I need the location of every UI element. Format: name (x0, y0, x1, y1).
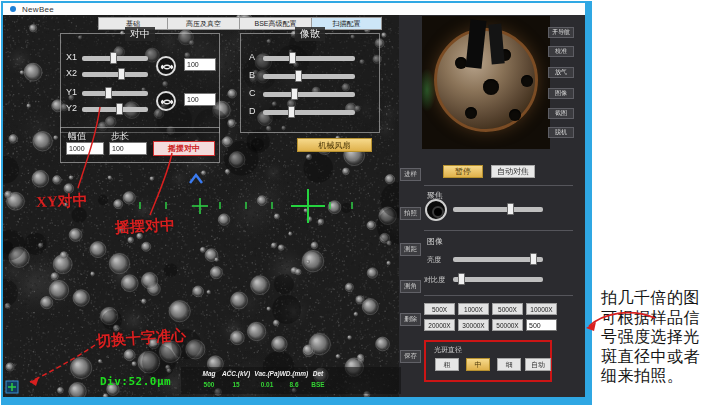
annotation-wobble-centering: 摇摆对中 (115, 215, 176, 237)
title-bar[interactable]: NewBee (3, 3, 585, 15)
slider-x2[interactable] (82, 72, 148, 77)
side-offline-button[interactable]: 脱机 (548, 127, 574, 138)
toolbar-save-button[interactable]: 保存 (400, 350, 421, 363)
autofocus-button[interactable]: 自动对焦 (491, 165, 535, 178)
status-band: Mag ACC.(kV) Vac.(Pa) WD.(mm) Det 500 15… (181, 367, 401, 394)
slider-y1[interactable] (82, 91, 148, 96)
contrast-slider-thumb[interactable] (458, 273, 465, 285)
side-note: 拍几千倍的图 可根据样品信 号强度选择光 斑直径中或者 细来拍照。 (601, 288, 719, 386)
stigmator-panel-title: 像散 (295, 27, 325, 41)
spot-coarse-button[interactable]: 粗 (435, 358, 459, 371)
slider-stig-a-thumb[interactable] (289, 52, 296, 64)
mag-20000x-button[interactable]: 20000X (424, 319, 455, 331)
app-window: NewBee 基础 高压及真空 BSE高级配置 扫描配置 对中 X1 X2 Y1… (1, 1, 592, 405)
side-calibrate-button[interactable]: 校准 (548, 46, 574, 57)
status-header-mag: Mag (203, 370, 216, 377)
tab-hv-vacuum[interactable]: 高压及真空 (168, 17, 240, 30)
mechanical-fan-button[interactable]: 机械风扇 (297, 138, 372, 152)
x-swap-icon[interactable] (156, 56, 176, 76)
slider-stig-b[interactable] (263, 74, 355, 79)
brightness-slider-thumb[interactable] (530, 253, 537, 265)
contrast-slider[interactable] (453, 277, 543, 282)
focus-slider-thumb[interactable] (507, 203, 514, 215)
side-open-nav-button[interactable]: 开导航 (548, 27, 574, 38)
status-value-vac: 0.01 (261, 381, 274, 388)
slider-y1-thumb[interactable] (105, 87, 112, 99)
y-swap-icon[interactable] (156, 91, 176, 111)
slider-stig-a[interactable] (263, 56, 355, 61)
image-section-label: 图像 (427, 236, 443, 247)
toolbar-delete-button[interactable]: 删除 (400, 313, 421, 326)
slider-label-c: C (249, 88, 256, 98)
y-value-input[interactable] (184, 93, 216, 106)
centering-panel: 对中 X1 X2 Y1 Y2 (60, 33, 220, 133)
spot-auto-button[interactable]: 自动 (525, 358, 551, 371)
slider-label-d: D (249, 106, 256, 116)
slider-x1[interactable] (82, 56, 148, 61)
status-header-vac: Vac.(Pa) (254, 370, 279, 377)
contrast-label: 对比度 (424, 275, 445, 285)
status-header-acc: ACC.(kV) (222, 370, 250, 377)
spot-size-highlight-box: 光斑直径 粗 中 细 自动 (424, 340, 552, 382)
status-value-det: BSE (311, 381, 324, 388)
side-screenshot-button[interactable]: 截图 (548, 108, 574, 119)
side-note-line: 斑直径中或者 (601, 347, 719, 367)
sample-stage-photo (434, 28, 538, 132)
division-readout: Div:52.0μm (100, 375, 171, 388)
x-value-input[interactable] (184, 58, 216, 71)
status-header-wd: WD.(mm) (280, 370, 309, 377)
spot-fine-button[interactable]: 细 (497, 358, 521, 371)
screenshot-root: NewBee 基础 高压及真空 BSE高级配置 扫描配置 对中 X1 X2 Y1… (0, 0, 720, 406)
toolbar-measure-angle-button[interactable]: 测角 (400, 280, 421, 293)
toolbar-measure-distance-button[interactable]: 测距 (400, 243, 421, 256)
side-note-line: 号强度选择光 (601, 327, 719, 347)
main-content: 基础 高压及真空 BSE高级配置 扫描配置 对中 X1 X2 Y1 Y2 (3, 15, 585, 397)
slider-stig-d-thumb[interactable] (288, 106, 295, 118)
side-image-button[interactable]: 图像 (548, 88, 574, 99)
brightness-slider[interactable] (453, 257, 543, 262)
slider-y2-thumb[interactable] (116, 103, 123, 115)
mag-1000x-button[interactable]: 1000X (458, 303, 489, 315)
status-value-mag: 500 (204, 381, 215, 388)
slider-label-y1: Y1 (66, 87, 77, 97)
slider-label-x2: X2 (66, 68, 77, 78)
stigmator-panel: 像散 A B C D (240, 33, 380, 133)
step-input[interactable] (109, 142, 147, 155)
status-header-det: Det (313, 370, 323, 377)
side-note-line: 拍几千倍的图 (601, 288, 719, 308)
status-value-acc: 15 (232, 381, 239, 388)
slider-x2-thumb[interactable] (118, 68, 125, 80)
mag-5000x-button[interactable]: 5000X (492, 303, 523, 315)
brightness-label: 亮度 (427, 255, 441, 265)
app-icon (10, 6, 16, 12)
slider-x1-thumb[interactable] (110, 52, 117, 64)
centering-panel-title: 对中 (125, 27, 155, 41)
slider-stig-b-thumb[interactable] (295, 70, 302, 82)
slider-y2[interactable] (82, 107, 148, 112)
magnification-input[interactable] (526, 319, 557, 331)
side-note-line: 可根据样品信 (601, 308, 719, 328)
wobble-centering-button[interactable]: 摇摆对中 (153, 141, 215, 156)
side-note-line: 细来拍照。 (601, 366, 719, 386)
amplitude-panel: 幅值 步长 摇摆对中 (60, 127, 220, 163)
focus-knob[interactable] (425, 199, 447, 221)
slider-label-x1: X1 (66, 52, 77, 62)
slider-stig-c-thumb[interactable] (291, 88, 298, 100)
pause-button[interactable]: 暂停 (443, 165, 483, 178)
mag-500x-button[interactable]: 500X (424, 303, 455, 315)
spot-medium-button[interactable]: 中 (466, 358, 490, 371)
mag-10000x-button[interactable]: 10000X (526, 303, 557, 315)
amplitude-input[interactable] (66, 142, 104, 155)
crosshair-center-icon[interactable] (5, 379, 19, 395)
focus-slider[interactable] (453, 207, 543, 212)
slider-stig-c[interactable] (263, 92, 355, 97)
mag-30000x-button[interactable]: 30000X (458, 319, 489, 331)
slider-stig-d[interactable] (263, 110, 355, 115)
status-value-wd: 8.6 (289, 381, 298, 388)
toolbar-load-sample-button[interactable]: 进样 (400, 168, 421, 181)
mag-50000x-button[interactable]: 50000X (492, 319, 523, 331)
side-vent-button[interactable]: 放气 (548, 67, 574, 78)
toolbar-photo-button[interactable]: 拍照 (400, 207, 421, 220)
slider-label-a: A (249, 52, 255, 62)
spot-size-label: 光斑直径 (434, 345, 462, 355)
